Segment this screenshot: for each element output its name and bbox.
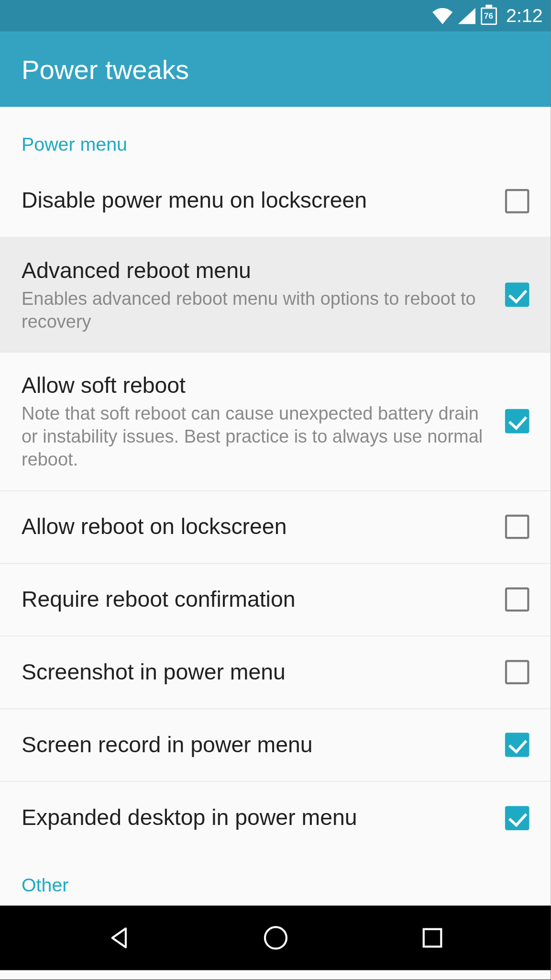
setting-title: Disable power menu on lockscreen	[22, 187, 492, 215]
svg-point-0	[264, 927, 286, 948]
setting-title: Require reboot confirmation	[22, 585, 492, 614]
setting-screenshot-power-menu[interactable]: Screenshot in power menu	[0, 636, 551, 709]
setting-screen-record-power-menu[interactable]: Screen record in power menu	[0, 709, 551, 781]
battery-icon: 76	[481, 7, 497, 25]
checkbox[interactable]	[505, 660, 529, 684]
setting-require-reboot-confirmation[interactable]: Require reboot confirmation	[0, 564, 551, 636]
battery-level-text: 76	[484, 11, 493, 21]
checkbox[interactable]	[505, 587, 529, 612]
cellular-signal-icon	[458, 8, 475, 24]
checkbox[interactable]	[505, 189, 529, 213]
home-button[interactable]	[261, 924, 289, 952]
svg-rect-1	[423, 929, 441, 947]
section-header-other: Other	[0, 854, 551, 905]
checkbox[interactable]	[505, 283, 529, 307]
status-bar: 76 2:12	[0, 0, 551, 32]
status-clock: 2:12	[506, 5, 543, 27]
setting-disable-power-menu-lockscreen[interactable]: Disable power menu on lockscreen	[0, 165, 551, 237]
back-button[interactable]	[105, 924, 133, 952]
settings-list: Power menu Disable power menu on lockscr…	[0, 107, 551, 905]
setting-subtitle: Note that soft reboot can cause unexpect…	[22, 403, 492, 471]
setting-title: Expanded desktop in power menu	[22, 803, 492, 832]
recent-apps-button[interactable]	[418, 924, 446, 952]
setting-advanced-reboot-menu[interactable]: Advanced reboot menu Enables advanced re…	[0, 237, 551, 353]
setting-subtitle: Enables advanced reboot menu with option…	[22, 288, 492, 334]
checkbox[interactable]	[505, 806, 529, 830]
setting-title: Allow soft reboot	[22, 372, 492, 401]
setting-title: Advanced reboot menu	[22, 256, 492, 285]
checkbox[interactable]	[505, 409, 529, 434]
setting-expanded-desktop-power-menu[interactable]: Expanded desktop in power menu	[0, 781, 551, 854]
app-bar: Power tweaks	[0, 32, 551, 107]
wifi-icon	[432, 8, 452, 24]
setting-allow-soft-reboot[interactable]: Allow soft reboot Note that soft reboot …	[0, 353, 551, 490]
checkbox[interactable]	[505, 733, 529, 757]
section-header-power-menu: Power menu	[0, 107, 551, 165]
setting-allow-reboot-lockscreen[interactable]: Allow reboot on lockscreen	[0, 491, 551, 564]
navigation-bar	[0, 905, 551, 970]
setting-title: Allow reboot on lockscreen	[22, 512, 492, 541]
page-title: Power tweaks	[22, 54, 189, 84]
setting-title: Screen record in power menu	[22, 730, 492, 759]
checkbox[interactable]	[505, 515, 529, 539]
setting-title: Screenshot in power menu	[22, 657, 492, 686]
